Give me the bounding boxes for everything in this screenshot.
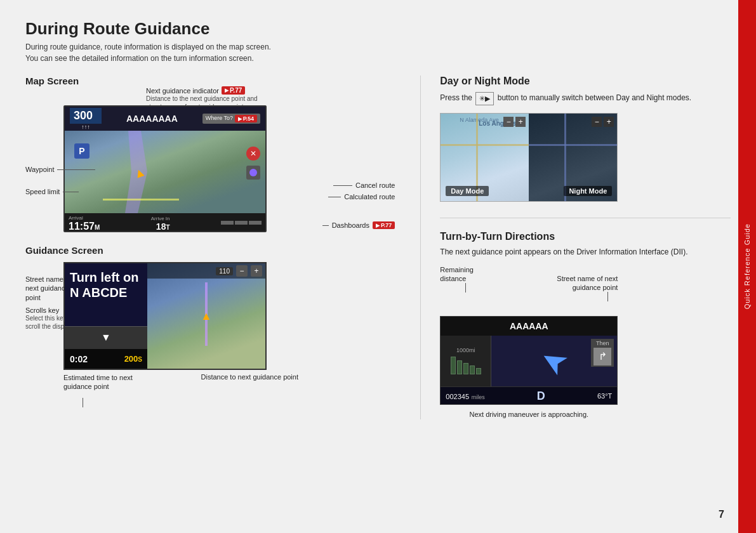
remaining-arrow [465, 283, 466, 293]
map-bottom-bar: Arrival 11:57M Arrive In 18T [65, 213, 265, 232]
est-time-line [83, 398, 83, 407]
speed-limit-label: Speed limit [25, 188, 60, 195]
arrival-label: Arrival [69, 215, 100, 221]
remaining-dist-label: Remaining distance [440, 265, 497, 311]
left-column: Map Screen Next guidance indicator P.77 … [25, 76, 401, 419]
street-name-next-label: Street name of next guidance point [557, 265, 618, 311]
where-to-ref: P.54 [235, 115, 257, 122]
map-screen-header: Map Screen [25, 76, 401, 86]
turn-temp: 63°T [597, 392, 612, 400]
side-tab: Quick Reference Guide [738, 0, 756, 533]
cancel-route-label: Cancel route [355, 181, 395, 189]
est-time-label: Estimated time to next guidance point [63, 373, 140, 392]
night-mode-label: Night Mode [564, 186, 612, 196]
speed-limit-callout: Speed limit [25, 188, 79, 195]
map-street-name: AAAAAAAA [105, 114, 199, 124]
day-night-images: Los Angeles N Alameda Ave − + Day Mode [440, 113, 618, 202]
subtitle-2: You can see the detailed information on … [25, 54, 731, 63]
turn-image: AAAAAA 1000mi [440, 316, 618, 405]
then-label: Then [596, 340, 609, 346]
day-road-label: N Alameda Ave [460, 117, 498, 123]
scroll-arrow-icon: ▼ [101, 332, 111, 343]
road-marking [103, 199, 179, 201]
dist-bar-3 [463, 363, 468, 374]
time-section: Arrival 11:57M [69, 215, 100, 232]
map-time: 11:57M [69, 221, 100, 232]
night-zoom-controls: − + [592, 117, 614, 127]
turn-section: Turn-by-Turn Directions The next guidanc… [440, 231, 731, 420]
turn-top-bar: AAAAAA [441, 317, 617, 336]
guidance-screen-section: Guidance Screen Street name of next guid… [25, 245, 401, 392]
dashboards-callout: Dashboards P.77 [322, 221, 395, 229]
map-screen-section: Map Screen Next guidance indicator P.77 … [25, 76, 401, 232]
map-arrows: ↑↑↑ [81, 124, 90, 130]
dist-bar-1 [451, 357, 456, 374]
cancel-line [333, 185, 352, 186]
route-indicator [246, 166, 260, 180]
calc-line [328, 197, 341, 197]
guidance-left-panel: Turn left on N ABCDE ▼ 0:02 200S [65, 263, 147, 369]
dashboards-line [322, 225, 329, 226]
calc-route-label: Calculated route [344, 193, 395, 201]
zoom-out-btn[interactable]: − [236, 265, 248, 277]
turn-header: Turn-by-Turn Directions [440, 231, 731, 242]
then-box: Then ↱ [591, 339, 614, 367]
arrive-value: 18T [151, 221, 170, 232]
day-road-h [441, 144, 529, 146]
night-minus-icon: − [592, 117, 602, 127]
dist-mi-label: 1000mi [456, 347, 475, 353]
scroll-button[interactable]: ▼ [65, 326, 147, 348]
day-night-header: Day or Night Mode [440, 76, 731, 87]
distance-bars [451, 355, 481, 374]
night-mode-image: − + Night Mode [529, 114, 617, 201]
then-turn-icon: ↱ [599, 350, 607, 362]
arrive-section: Arrive In 18T [151, 216, 170, 232]
street-name-arrow [607, 292, 608, 301]
mode-button-icon: ✳▶ [475, 92, 494, 105]
page-title: During Route Guidance [25, 19, 731, 39]
turn-caption: Next driving maneuver is approaching. [440, 410, 618, 419]
dist-bar-4 [470, 365, 475, 374]
est-time-callout [83, 398, 83, 407]
right-column: Day or Night Mode Press the ✳▶ button to… [420, 76, 731, 419]
turn-left-panel: 1000mi [441, 336, 491, 386]
section-divider [440, 218, 731, 218]
map-distance: 300 [70, 108, 102, 124]
turn-text: Turn left on N ABCDE [70, 270, 142, 300]
next-guidance-label: Next guidance indicator [146, 87, 219, 95]
day-mode-image: Los Angeles N Alameda Ave − + Day Mode [441, 114, 529, 201]
waypoint-callout: Waypoint [25, 166, 95, 173]
day-plus-icon: + [515, 117, 526, 127]
where-to-btn[interactable]: Where To? P.54 [202, 114, 260, 124]
guidance-bottom-bar: 0:02 200S [65, 348, 147, 369]
turn-bottom-bar: 002345 miles D 63°T [441, 386, 617, 405]
dist-bar-5 [476, 368, 481, 374]
side-tab-text: Quick Reference Guide [743, 223, 751, 309]
night-road-h [529, 144, 617, 146]
zoom-in-btn[interactable]: + [251, 265, 262, 277]
parking-icon: P [74, 143, 90, 159]
waypoint-label: Waypoint [25, 166, 54, 173]
cancel-route-btn[interactable]: ✕ [246, 147, 260, 161]
main-layout: Map Screen Next guidance indicator P.77 … [25, 76, 731, 419]
day-minus-icon: − [503, 117, 514, 127]
dist-next-label: Distance to next guidance point [201, 373, 299, 392]
guidance-right-panel: 110 − + ▲ [147, 263, 265, 369]
turn-arrow-icon: ➤ [534, 338, 575, 383]
map-scale: 110 [216, 267, 233, 275]
guidance-time: 0:02 [70, 354, 88, 364]
dashboards-ref: P.77 [373, 221, 395, 229]
turn-desc: The next guidance point appears on the D… [440, 246, 731, 258]
turn-street-name: AAAAAA [510, 321, 548, 331]
page-content: During Route Guidance During route guida… [0, 0, 756, 533]
waypoint-line [57, 169, 95, 170]
cancel-route-callout: Cancel route [333, 181, 395, 189]
day-mode-label: Day Mode [446, 186, 489, 196]
dashboards-section [221, 221, 262, 226]
dist-bar-2 [457, 360, 462, 374]
night-plus-icon: + [604, 117, 614, 127]
calc-route-callout: Calculated route [328, 193, 395, 201]
map-screen-container: Next guidance indicator P.77 Distance to… [25, 105, 401, 232]
turn-main: 1000mi ➤ [441, 336, 617, 386]
guidance-screen-container: Street name of next guidance point Scrol… [25, 262, 401, 392]
